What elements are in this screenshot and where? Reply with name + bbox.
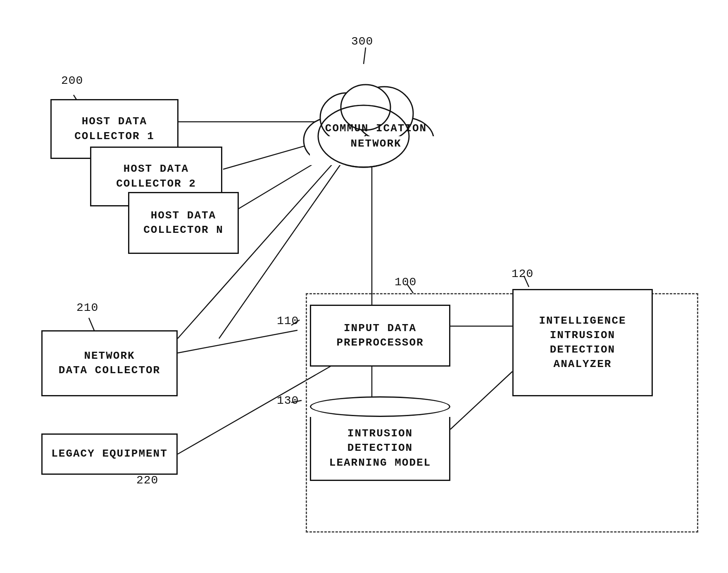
intelligence-intrusion-detection-analyzer: INTELLIGENCEINTRUSIONDETECTIONANALYZER	[512, 289, 653, 396]
ref-300: 300	[351, 35, 373, 48]
svg-text:COMMUN ICATION: COMMUN ICATION	[325, 122, 427, 135]
ref-120: 120	[512, 268, 533, 280]
network-data-collector: NETWORKDATA COLLECTOR	[41, 330, 178, 396]
legacy-equipment: LEGACY EQUIPMENT	[41, 433, 178, 475]
communication-network-cloud: COMMUN ICATION NETWORK	[289, 58, 463, 192]
ref-110: 110	[277, 315, 299, 327]
diagram: 200 210 220 300 100 110 120 130 HOST DAT…	[0, 0, 728, 573]
svg-line-6	[178, 330, 297, 353]
ref-200: 200	[61, 74, 83, 87]
ref-100: 100	[395, 276, 416, 289]
ref-130: 130	[277, 394, 299, 407]
svg-text:NETWORK: NETWORK	[350, 137, 401, 150]
ref-220: 220	[136, 474, 158, 487]
intrusion-detection-learning-model: INTRUSIONDETECTIONLEARNING MODEL	[310, 396, 450, 481]
host-data-collector-n: HOST DATACOLLECTOR N	[128, 192, 239, 254]
input-data-preprocessor: INPUT DATAPREPROCESSOR	[310, 305, 450, 367]
ref-210: 210	[76, 301, 98, 314]
